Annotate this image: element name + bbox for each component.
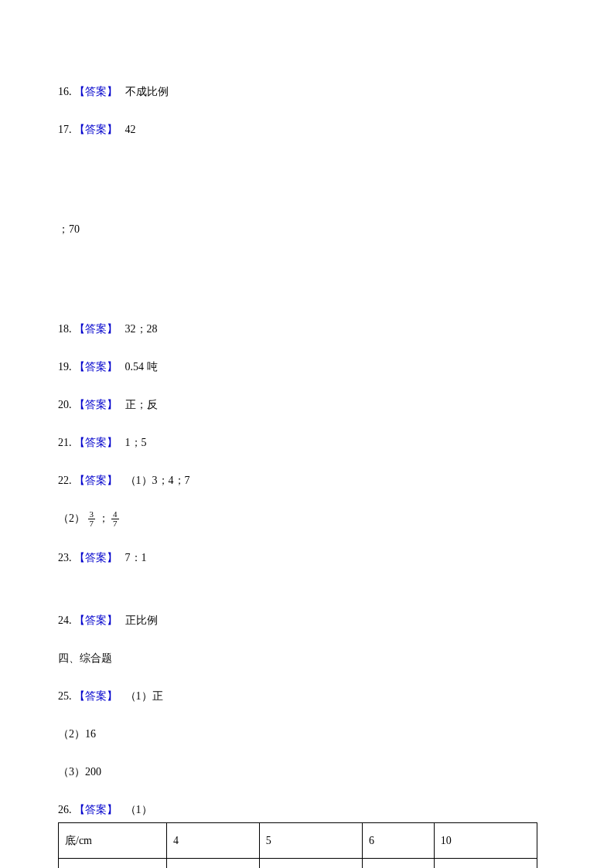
answer-text: （2）16	[58, 728, 96, 740]
answer-text: （3）200	[58, 766, 101, 778]
answer-label: 【答案】	[74, 361, 118, 373]
question-number: 17.	[58, 124, 72, 135]
answer-23: 23. 【答案】 7：1	[58, 550, 556, 566]
question-number: 20.	[58, 399, 72, 410]
denominator: 7	[111, 519, 119, 528]
answer-text: 正；反	[125, 399, 158, 410]
question-number: 16.	[58, 86, 72, 97]
question-number: 19.	[58, 361, 72, 373]
spacer	[58, 159, 556, 221]
fraction-3-7: 3 7	[88, 510, 96, 528]
fraction-4-7: 4 7	[111, 510, 119, 528]
table-cell: 10	[434, 823, 537, 859]
answer-text: ；70	[58, 223, 80, 235]
question-number: 24.	[58, 614, 72, 626]
answer-label: 【答案】	[74, 552, 118, 563]
separator: ；	[98, 512, 109, 524]
answer-24: 24. 【答案】 正比例	[58, 612, 556, 628]
answer-text: 7：1	[125, 552, 147, 563]
answer-text: 1；5	[125, 437, 147, 448]
answer-label: 【答案】	[74, 614, 118, 626]
answer-20: 20. 【答案】 正；反	[58, 397, 556, 413]
answer-17-cont: ；70	[58, 221, 556, 237]
answer-label: 【答案】	[74, 323, 118, 335]
answer-text: 32；28	[125, 323, 158, 335]
answer-label: 【答案】	[74, 475, 118, 486]
denominator: 7	[88, 519, 96, 528]
row-header: 底/cm	[59, 823, 167, 859]
answer-25: 25. 【答案】 （1）正	[58, 688, 556, 704]
answer-19: 19. 【答案】 0.54 吨	[58, 359, 556, 375]
table-cell: 4	[167, 823, 260, 859]
spacer	[58, 259, 556, 321]
answer-25-part3: （3）200	[58, 764, 556, 780]
answer-22-part2: （2） 3 7 ； 4 7	[58, 510, 556, 528]
answer-label: 【答案】	[74, 437, 118, 448]
question-number: 21.	[58, 437, 72, 448]
section-title: 四、综合题	[58, 652, 112, 664]
answer-26: 26. 【答案】 （1）	[58, 802, 556, 818]
answer-label: 【答案】	[74, 804, 118, 815]
question-number: 26.	[58, 804, 72, 815]
spacer	[58, 587, 556, 612]
answer-text: 0.54 吨	[125, 361, 158, 373]
answer-label: 【答案】	[74, 690, 118, 702]
answer-text: （1）	[125, 804, 152, 815]
answer-text: 不成比例	[125, 86, 169, 97]
table-row: 高/cm 12 9.6 8 4.8	[59, 859, 537, 868]
answer-text: （1）3；4；7	[125, 475, 190, 486]
answer-21: 21. 【答案】 1；5	[58, 434, 556, 451]
answer-17: 17. 【答案】 42	[58, 121, 556, 138]
question-number: 18.	[58, 323, 72, 335]
answer-text: （1）正	[125, 690, 163, 702]
table-cell: 4.8	[434, 859, 537, 868]
sub-prefix: （2）	[58, 512, 85, 524]
question-number: 25.	[58, 690, 72, 702]
answer-text: 42	[125, 124, 136, 135]
answer-label: 【答案】	[74, 86, 118, 97]
table-cell: 5	[259, 823, 362, 859]
answer-16: 16. 【答案】 不成比例	[58, 83, 556, 100]
table-cell: 6	[363, 823, 435, 859]
section-4-header: 四、综合题	[58, 650, 556, 666]
answer-22: 22. 【答案】 （1）3；4；7	[58, 472, 556, 488]
answer-label: 【答案】	[74, 399, 118, 410]
answer-label: 【答案】	[74, 124, 118, 135]
table-cell: 9.6	[259, 859, 362, 868]
question-number: 23.	[58, 552, 72, 563]
answer-text: 正比例	[125, 614, 158, 626]
answer-18: 18. 【答案】 32；28	[58, 321, 556, 337]
question-number: 22.	[58, 475, 72, 486]
table-cell: 12	[167, 859, 260, 868]
answer-25-part2: （2）16	[58, 726, 556, 742]
row-header: 高/cm	[59, 859, 167, 868]
table-cell: 8	[363, 859, 435, 868]
answer-26-table: 底/cm 4 5 6 10 高/cm 12 9.6 8 4.8	[58, 822, 537, 868]
table-row: 底/cm 4 5 6 10	[59, 823, 537, 859]
